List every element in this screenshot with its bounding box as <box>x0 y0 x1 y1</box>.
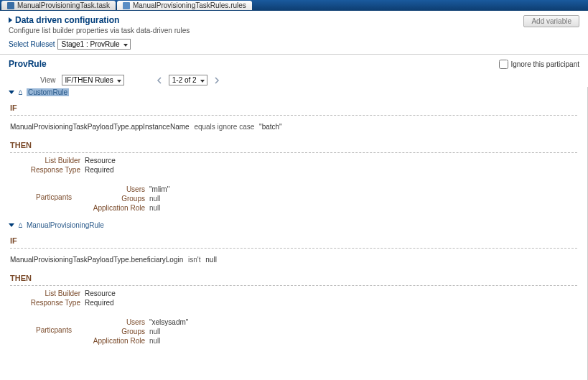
response-type-value: Required <box>85 166 114 174</box>
app-role-label: Application Role <box>80 204 145 212</box>
groups-row: Groups null <box>80 194 169 203</box>
app-role-label: Application Role <box>80 337 145 345</box>
if-condition: ManualProvisioningTaskPayloadType.benefi… <box>10 251 577 271</box>
rule-title: ProvRule <box>9 59 47 69</box>
if-condition: ManualProvisioningTaskPayloadType.appIns… <box>10 119 577 138</box>
tab-task[interactable]: ManualProvisioningTask.task <box>1 1 116 10</box>
double-chevron-icon[interactable]: ⩟ <box>17 222 24 229</box>
chevron-right-icon <box>213 77 220 84</box>
app-role-row: Application Role null <box>80 336 188 346</box>
rules-scroll-area[interactable]: ⩟ CustomRule IF ManualProvisioningTaskPa… <box>0 87 588 380</box>
condition-rhs: null <box>205 256 217 264</box>
response-type-row: Response Type Required <box>23 165 577 175</box>
view-mode-dropdown[interactable]: IF/THEN Rules <box>62 75 124 85</box>
groups-value: null <box>149 195 161 203</box>
response-type-value: Required <box>85 299 114 307</box>
ruleset-label: Select Ruleset <box>9 40 55 48</box>
groups-label: Groups <box>80 195 145 203</box>
list-builder-value: Resource <box>85 157 116 164</box>
response-type-label: Response Type <box>23 166 80 174</box>
ruleset-dropdown[interactable]: Stage1 : ProvRule <box>57 39 130 50</box>
rule-block: IF ManualProvisioningTaskPayloadType.app… <box>0 98 587 220</box>
rule-name[interactable]: ManualProvisioningRule <box>27 221 104 229</box>
users-row: Users "xelsysadm" <box>80 318 188 327</box>
users-row: Users "mlim" <box>80 185 169 194</box>
app-role-value: null <box>149 204 161 212</box>
add-variable-button[interactable]: Add variable <box>523 15 579 27</box>
list-builder-value: Resource <box>85 289 116 297</box>
ruleset-dropdown-value: Stage1 : ProvRule <box>61 40 119 48</box>
rule-name[interactable]: CustomRule <box>27 88 69 96</box>
rule-block: IF ManualProvisioningTaskPayloadType.ben… <box>0 231 587 353</box>
condition-rhs: "batch" <box>259 123 282 131</box>
pager-dropdown[interactable]: 1-2 of 2 <box>169 75 207 85</box>
view-row: View IF/THEN Rules 1-2 of 2 <box>0 72 588 87</box>
ignore-participant-label: Ignore this participant <box>510 60 579 68</box>
rule-header: ProvRule Ignore this participant <box>0 55 588 72</box>
participants-block: Particpants Users "xelsysadm" Groups nul… <box>23 318 577 346</box>
then-label: THEN <box>10 271 577 284</box>
expand-toggle-icon[interactable] <box>9 223 14 227</box>
app-role-value: null <box>149 337 161 345</box>
expand-toggle-icon[interactable] <box>9 91 14 94</box>
users-label: Users <box>80 185 145 193</box>
response-type-row: Response Type Required <box>23 298 577 307</box>
section-subtitle: Configure list builder properties via ta… <box>9 27 190 34</box>
ruleset-row: Select Ruleset Stage1 : ProvRule <box>0 37 588 52</box>
tab-bar: ManualProvisioningTask.task ManualProvis… <box>0 0 588 11</box>
view-label: View <box>40 76 56 84</box>
users-value: "mlim" <box>149 185 169 193</box>
condition-operator: equals ignore case <box>194 123 254 131</box>
users-label: Users <box>80 318 145 326</box>
list-builder-label: List Builder <box>23 157 80 164</box>
condition-lhs: ManualProvisioningTaskPayloadType.appIns… <box>10 123 190 131</box>
double-chevron-icon[interactable]: ⩟ <box>17 89 24 96</box>
chevron-left-icon <box>156 77 163 84</box>
if-label: IF <box>10 233 577 246</box>
task-icon <box>7 2 14 9</box>
groups-row: Groups null <box>80 327 188 336</box>
ignore-participant-checkbox[interactable] <box>499 60 508 69</box>
participants-label: Particpants <box>36 185 80 213</box>
tab-task-label: ManualProvisioningTask.task <box>17 1 110 9</box>
rule-node-row: ⩟ CustomRule <box>0 87 587 98</box>
if-label: IF <box>10 101 577 113</box>
participants-label: Particpants <box>36 318 80 346</box>
condition-lhs: ManualProvisioningTaskPayloadType.benefi… <box>10 256 183 264</box>
list-builder-label: List Builder <box>23 289 80 297</box>
rule-node-row: ⩟ ManualProvisioningRule <box>0 220 587 231</box>
users-value: "xelsysadm" <box>149 318 188 326</box>
groups-value: null <box>149 328 161 335</box>
pager-next-button[interactable] <box>212 75 222 85</box>
disclosure-arrow-icon <box>9 17 12 23</box>
then-label: THEN <box>10 138 577 151</box>
pager-value: 1-2 of 2 <box>172 76 197 84</box>
view-mode-value: IF/THEN Rules <box>65 76 113 84</box>
list-builder-row: List Builder Resource <box>23 156 577 165</box>
section-title: Data driven configuration <box>9 15 190 25</box>
pager-prev-button[interactable] <box>154 75 164 85</box>
list-builder-row: List Builder Resource <box>23 289 577 298</box>
section-title-text: Data driven configuration <box>15 15 119 25</box>
rules-icon <box>123 2 130 9</box>
ignore-participant-row[interactable]: Ignore this participant <box>499 60 579 69</box>
app-role-row: Application Role null <box>80 203 169 213</box>
condition-operator: isn't <box>188 256 200 264</box>
header: Data driven configuration Configure list… <box>0 11 588 37</box>
tab-rules-label: ManualProvisioningTaskRules.rules <box>133 1 246 9</box>
tab-rules[interactable]: ManualProvisioningTaskRules.rules <box>117 1 252 10</box>
participants-block: Particpants Users "mlim" Groups null App… <box>23 185 577 213</box>
response-type-label: Response Type <box>23 299 80 307</box>
groups-label: Groups <box>80 328 145 335</box>
